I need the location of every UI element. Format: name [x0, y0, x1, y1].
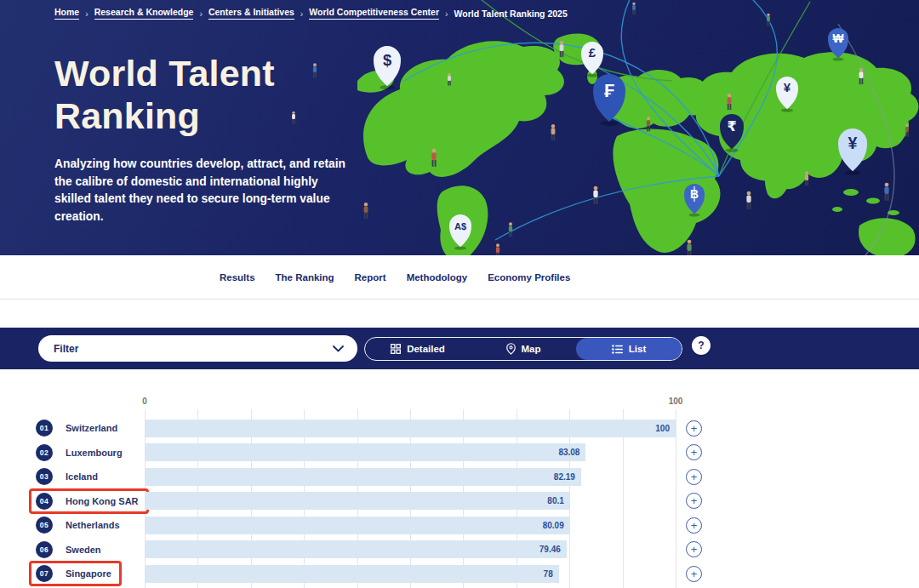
tab-the-ranking[interactable]: The Ranking	[276, 272, 334, 283]
highlight-annotation-box: 04Hong Kong SAR	[29, 488, 149, 514]
score-bar: 78	[145, 565, 559, 583]
view-detailed-button[interactable]: Detailed	[365, 338, 471, 360]
person-figure	[496, 243, 499, 255]
row-label-group: 02Luxembourg	[29, 440, 133, 465]
axis-tick-max: 100	[669, 397, 683, 406]
score-value: 82.19	[554, 472, 581, 482]
tab-report[interactable]: Report	[355, 272, 386, 283]
score-bar: 83.08	[145, 443, 585, 461]
score-value: 79.46	[539, 545, 567, 554]
svg-text:£: £	[589, 45, 596, 60]
tab-results[interactable]: Results	[220, 272, 255, 283]
country-label: Hong Kong SAR	[66, 496, 139, 506]
expand-row-button plus-icon[interactable]: +	[686, 469, 702, 485]
page: $£₣₩¥₹¥BA$ Home›Research & Knowledge›Cen…	[0, 0, 919, 588]
rank-badge: 03	[36, 468, 53, 485]
grid-icon	[391, 344, 401, 354]
table-row: 06Sweden79.46+	[0, 538, 919, 562]
svg-text:₹: ₹	[727, 118, 736, 134]
expand-row-button plus-icon[interactable]: +	[686, 517, 702, 534]
help-button[interactable]: ?	[692, 336, 711, 355]
view-toggle: Detailed Map List	[364, 337, 682, 361]
expand-row-button plus-icon[interactable]: +	[686, 566, 702, 582]
score-value: 80.09	[543, 521, 570, 530]
person-figure	[884, 183, 888, 201]
view-list-label: List	[629, 344, 646, 354]
chevron-down-icon	[333, 345, 344, 352]
rank-badge: 07	[36, 565, 53, 582]
section-tabs: ResultsThe RankingReportMethodologyEcono…	[0, 255, 919, 300]
rank-badge: 05	[36, 517, 53, 534]
row-label-group: 01Switzerland	[29, 415, 128, 441]
person-figure	[905, 124, 909, 137]
table-row: 01Switzerland100+	[0, 416, 919, 441]
svg-text:¥: ¥	[848, 134, 858, 152]
filter-label: Filter	[54, 343, 78, 355]
breadcrumb-item[interactable]: Centers & Initiatives	[208, 7, 294, 20]
score-bar: 79.46	[145, 540, 567, 558]
person-figure	[509, 222, 512, 237]
person-figure	[746, 191, 751, 209]
rank-badge: 01	[36, 420, 53, 437]
person-figure	[687, 240, 691, 255]
score-value: 78	[544, 569, 559, 579]
score-bar: 100	[145, 420, 676, 437]
table-row: 05Netherlands80.09+	[0, 513, 919, 538]
map-continents	[357, 33, 918, 255]
country-label: Switzerland	[66, 423, 117, 433]
score-bar: 80.1	[145, 492, 570, 510]
table-row: 03Iceland82.19+	[0, 465, 919, 489]
country-label: Netherlands	[66, 520, 120, 530]
country-label: Iceland	[66, 471, 98, 482]
axis-tick-min: 0	[142, 397, 147, 406]
yuan-pin-icon: ¥	[838, 128, 867, 175]
breadcrumb-separator: ›	[85, 9, 88, 19]
score-value: 83.08	[558, 448, 585, 457]
highlight-annotation-box: 07Singapore	[29, 561, 122, 586]
svg-text:¥: ¥	[784, 80, 791, 94]
expand-row-button plus-icon[interactable]: +	[686, 541, 702, 557]
pound-pin-icon: £	[581, 42, 603, 77]
breadcrumb-separator: ›	[199, 9, 203, 19]
breadcrumb-item[interactable]: Research & Knowledge	[94, 7, 194, 20]
score-value: 80.1	[547, 496, 569, 505]
rank-badge: 02	[36, 444, 53, 461]
view-map-label: Map	[522, 344, 541, 354]
expand-row-button plus-icon[interactable]: +	[686, 420, 702, 437]
tab-economy-profiles[interactable]: Economy Profiles	[488, 272, 570, 283]
expand-row-button plus-icon[interactable]: +	[686, 493, 702, 509]
expand-row-button plus-icon[interactable]: +	[686, 444, 702, 460]
score-bar: 80.09	[145, 517, 570, 534]
filter-dropdown[interactable]: Filter	[38, 335, 357, 362]
person-figure	[632, 3, 636, 15]
view-detailed-label: Detailed	[407, 344, 445, 354]
tab-methodology[interactable]: Methodology	[407, 272, 468, 283]
list-icon	[612, 345, 623, 354]
view-list-button[interactable]: List	[576, 338, 682, 360]
breadcrumb-separator: ›	[300, 9, 304, 19]
page-title: World Talent Ranking	[54, 53, 327, 138]
map-pin-icon	[506, 343, 516, 355]
row-label-group: 03Iceland	[29, 464, 108, 489]
person-figure	[364, 203, 368, 219]
breadcrumb-separator: ›	[445, 9, 448, 19]
svg-text:A$: A$	[454, 221, 466, 231]
table-row: 07Singapore78+	[0, 562, 919, 586]
breadcrumb-item[interactable]: Home	[54, 7, 79, 20]
ranking-chart: 0 100 01Switzerland100+02Luxembourg83.08…	[0, 369, 919, 588]
table-row: 02Luxembourg83.08+	[0, 441, 919, 465]
rank-badge: 06	[36, 541, 53, 558]
ranking-rows: 01Switzerland100+02Luxembourg83.08+03Ice…	[0, 416, 919, 586]
rank-badge: 04	[36, 493, 53, 510]
person-figure	[551, 124, 556, 140]
breadcrumb-item[interactable]: World Competitiveness Center	[309, 7, 439, 20]
view-map-button[interactable]: Map	[471, 338, 576, 360]
score-value: 100	[655, 424, 676, 433]
row-label-group: 05Netherlands	[29, 512, 130, 538]
score-bar: 82.19	[145, 468, 581, 486]
person-figure	[767, 14, 770, 26]
svg-text:$: $	[383, 51, 391, 69]
filter-toolbar: Filter Detailed Map	[0, 328, 919, 369]
breadcrumb-item: World Talent Ranking 2025	[454, 9, 568, 19]
svg-text:₣: ₣	[604, 80, 614, 101]
